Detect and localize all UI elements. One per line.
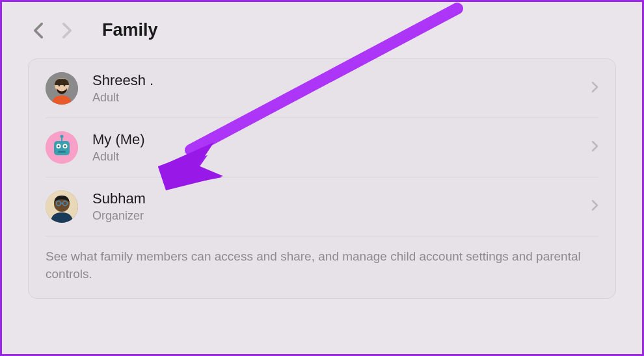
member-role: Organizer	[92, 209, 591, 223]
chevron-right-icon	[591, 81, 598, 95]
svg-rect-10	[58, 151, 66, 153]
header: Family	[2, 2, 642, 52]
member-info: My (Me) Adult	[92, 131, 591, 163]
avatar	[46, 190, 78, 223]
member-role: Adult	[92, 91, 591, 105]
svg-point-9	[64, 146, 66, 147]
member-name: Subham	[92, 190, 591, 207]
svg-point-12	[60, 135, 64, 138]
svg-rect-5	[54, 141, 70, 155]
forward-button[interactable]	[62, 22, 72, 39]
svg-point-2	[59, 84, 60, 86]
member-name: Shreesh .	[92, 72, 591, 89]
chevron-right-icon	[591, 140, 598, 155]
member-name: My (Me)	[92, 131, 591, 148]
avatar	[46, 131, 78, 164]
family-member-row[interactable]: Shreesh . Adult	[46, 59, 598, 118]
member-info: Shreesh . Adult	[92, 72, 591, 104]
family-member-row[interactable]: Subham Organizer	[46, 177, 598, 236]
svg-point-3	[64, 84, 66, 86]
avatar	[46, 72, 78, 105]
svg-point-8	[58, 146, 60, 147]
member-role: Adult	[92, 150, 591, 164]
member-info: Subham Organizer	[92, 190, 591, 222]
chevron-right-icon	[591, 199, 598, 214]
family-member-row[interactable]: My (Me) Adult	[46, 118, 598, 177]
family-members-panel: Shreesh . Adult My (Me) Adu	[28, 58, 616, 299]
back-button[interactable]	[33, 22, 44, 39]
page-title: Family	[102, 20, 158, 40]
panel-footer-text: See what family members can access and s…	[46, 236, 598, 298]
